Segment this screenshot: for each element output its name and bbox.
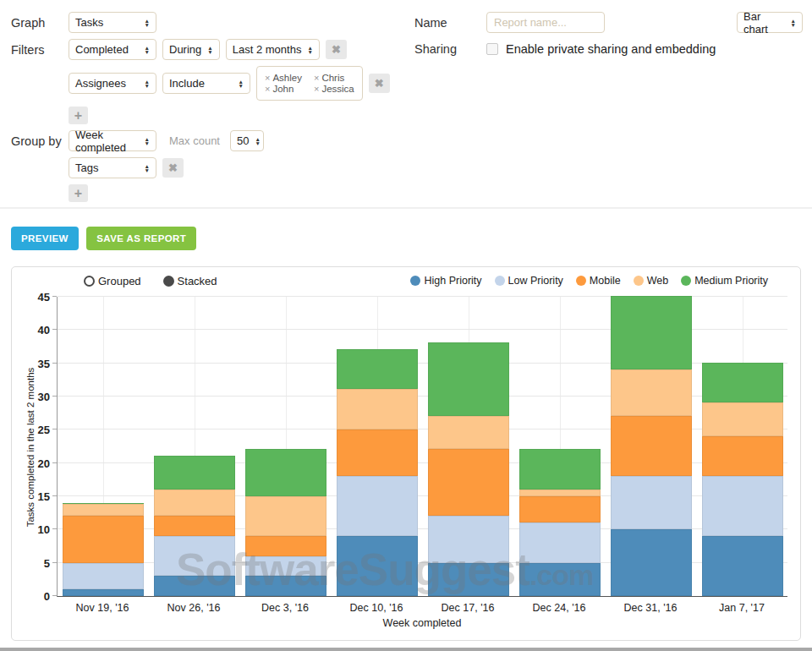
legend-item-high-priority[interactable]: High Priority [410, 275, 481, 287]
remove-tag-icon[interactable]: × [265, 73, 270, 83]
bar-segment-low-priority [611, 476, 692, 529]
page-bottom-edge [0, 648, 812, 651]
report-meta: Name Sharing Enable private sharing and … [414, 12, 716, 65]
bar-segment-high-priority [611, 529, 692, 596]
bar-segment-high-priority [428, 563, 509, 596]
bar-segment-high-priority [702, 536, 783, 596]
radio-selected-icon [163, 276, 174, 287]
select-arrows-icon: ▲▼ [145, 19, 150, 27]
group-by-select-2[interactable]: Tags ▲▼ [69, 157, 156, 178]
chart-type-select[interactable]: Bar chart ▲▼ [737, 12, 803, 33]
remove-tag-icon[interactable]: × [314, 84, 319, 94]
add-group-by-row: + [0, 184, 812, 202]
y-axis-tick-mark [52, 296, 57, 297]
bar-segment-medium-priority [428, 342, 509, 416]
bar-segment-mobile [154, 516, 235, 536]
bar-segment-mobile [63, 516, 144, 562]
remove-tag-icon[interactable]: × [265, 84, 270, 94]
select-arrows-icon: ▲▼ [145, 46, 150, 54]
select-arrows-icon: ▲▼ [307, 46, 312, 54]
filter2-field-select[interactable]: Assignees ▲▼ [69, 73, 156, 94]
legend-item-web[interactable]: Web [634, 275, 668, 287]
bar-segment-low-priority [519, 522, 601, 562]
group-by-select-1[interactable]: Week completed ▲▼ [69, 130, 156, 151]
bar-segment-low-priority [245, 556, 326, 577]
assignee-tag-list[interactable]: ×Ashley ×Chris ×John ×Jessica [256, 66, 363, 101]
legend-dot-icon [681, 276, 691, 286]
legend-dot-icon [495, 276, 505, 286]
bar-segment-web [154, 490, 235, 517]
preview-button[interactable]: PREVIEW [11, 227, 79, 250]
bar-segment-web [519, 490, 601, 496]
bar-segment-low-priority [154, 536, 235, 576]
y-axis-tick-mark [52, 329, 57, 330]
graph-select[interactable]: Tasks ▲▼ [69, 12, 156, 33]
x-axis-tick-label: Dec 10, '16 [331, 602, 422, 614]
remove-filter2-button[interactable]: ✖ [369, 74, 390, 93]
legend-item-mobile[interactable]: Mobile [576, 275, 621, 287]
y-axis-tick-label: 5 [44, 556, 50, 569]
assignee-tag[interactable]: ×John [265, 84, 302, 94]
legend-item-medium-priority[interactable]: Medium Priority [681, 275, 768, 287]
filter1-field-select[interactable]: Completed ▲▼ [69, 39, 156, 60]
max-count-stepper[interactable]: 50 ▲▼ [230, 130, 264, 151]
bar-segment-mobile [702, 436, 783, 476]
filter-row-2: Assignees ▲▼ Include ▲▼ ×Ashley ×Chris ×… [0, 66, 812, 101]
y-axis-tick-label: 45 [38, 291, 50, 304]
remove-tag-icon[interactable]: × [314, 73, 319, 83]
bar-segment-high-priority [519, 563, 601, 596]
save-as-report-button[interactable]: SAVE AS REPORT [86, 227, 196, 250]
y-axis-tick-mark [52, 462, 57, 463]
report-builder-form: Graph Tasks ▲▼ Filters Completed ▲▼ Duri… [0, 0, 812, 209]
plus-icon: + [74, 108, 82, 123]
filter1-operator-select[interactable]: During ▲▼ [162, 39, 220, 60]
bar-segment-high-priority [63, 589, 144, 596]
radio-grouped[interactable]: Grouped [84, 275, 141, 287]
remove-filter1-button[interactable]: ✖ [326, 40, 347, 59]
plot-area: 051015202530354045 SoftwareSuggest.com [57, 297, 787, 597]
bar-segment-web [611, 369, 692, 416]
sharing-label: Sharing [414, 42, 486, 56]
legend-label: High Priority [424, 275, 481, 287]
report-name-input[interactable] [486, 12, 605, 33]
stepper-arrows-icon: ▲▼ [255, 137, 260, 145]
sharing-option-label: Enable private sharing and embedding [506, 42, 716, 56]
bar-segment-mobile [519, 496, 601, 523]
y-axis-tick-label: 35 [38, 357, 50, 369]
x-axis-tick-label: Dec 17, '16 [422, 602, 513, 614]
assignee-tag[interactable]: ×Jessica [314, 84, 354, 94]
bar-segment-mobile [611, 416, 692, 476]
select-arrows-icon: ▲▼ [207, 46, 212, 54]
y-axis-tick-label: 30 [38, 391, 50, 403]
bar-segment-web [428, 416, 509, 449]
bar-segment-web [702, 402, 783, 435]
bar-segment-low-priority [63, 563, 144, 590]
max-count-label: Max count [169, 134, 220, 147]
close-icon: ✖ [375, 77, 384, 90]
add-filter-button[interactable]: + [69, 107, 88, 124]
bar-mode-radio-group: Grouped Stacked [84, 275, 217, 287]
plus-icon: + [74, 186, 82, 201]
filter1-value-select[interactable]: Last 2 months ▲▼ [226, 39, 320, 60]
bar-segment-web [245, 496, 326, 536]
remove-group-by-button[interactable]: ✖ [162, 158, 184, 178]
radio-stacked[interactable]: Stacked [163, 275, 217, 287]
assignee-tag[interactable]: ×Chris [314, 73, 354, 83]
add-group-by-button[interactable]: + [69, 184, 88, 202]
sharing-checkbox[interactable] [486, 43, 498, 55]
bar-segment-mobile [428, 449, 509, 516]
x-axis-tick-label: Dec 31, '16 [605, 602, 696, 614]
y-axis-tick-mark [52, 562, 57, 563]
legend-item-low-priority[interactable]: Low Priority [495, 275, 563, 287]
filter2-operator-select[interactable]: Include ▲▼ [162, 73, 250, 94]
legend-label: Mobile [590, 275, 621, 287]
assignee-tag[interactable]: ×Ashley [265, 73, 302, 83]
y-axis-tick-mark [52, 595, 57, 596]
bar-segment-medium-priority [154, 456, 235, 489]
y-axis-tick-label: 10 [38, 523, 50, 536]
legend-dot-icon [576, 276, 586, 286]
bar-segment-high-priority [154, 576, 235, 596]
legend-dot-icon [634, 276, 644, 286]
bar-segment-low-priority [428, 516, 509, 562]
graph-label: Graph [0, 16, 69, 30]
